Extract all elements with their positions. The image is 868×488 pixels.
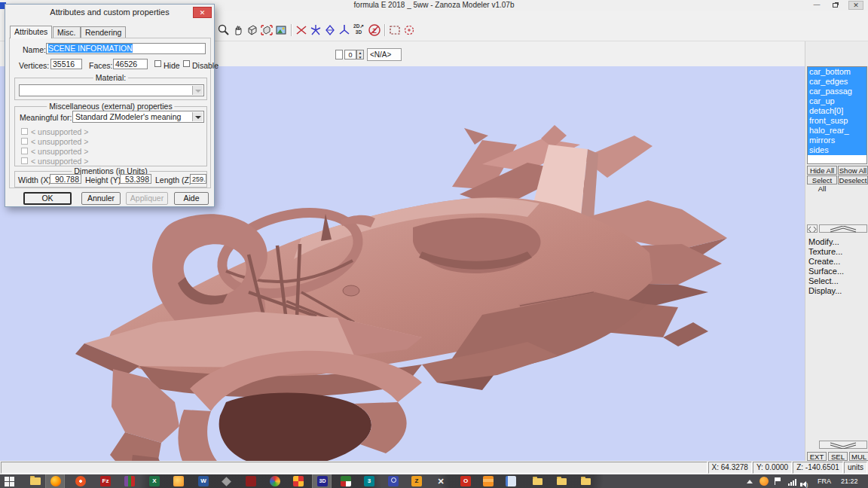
material-combo-arrow[interactable] — [192, 86, 203, 95]
mosaic-icon — [341, 476, 351, 486]
meaningful-combo-arrow[interactable] — [192, 112, 203, 121]
layer-item[interactable]: detach[0] — [808, 106, 866, 116]
collapse-toggle-button[interactable] — [807, 224, 818, 233]
layer-item[interactable]: car_edges — [808, 77, 866, 87]
frame-spinner[interactable]: 0 — [344, 50, 356, 59]
pan-hand-icon[interactable] — [231, 23, 245, 37]
height-label: Height (Y) — [85, 175, 121, 185]
layer-item[interactable]: car_up — [808, 96, 866, 106]
language-indicator[interactable]: FRA — [818, 474, 831, 488]
taskbar-filezilla[interactable]: Fz — [96, 474, 115, 488]
taskbar-ubuntu[interactable] — [71, 474, 90, 488]
taskbar-folder-3[interactable] — [576, 474, 595, 488]
help-button[interactable]: Aide — [174, 192, 209, 205]
menu-surface[interactable]: Surface... — [808, 267, 866, 276]
menu-create[interactable]: Create... — [808, 257, 866, 267]
dialog-close-button[interactable]: ✕ — [193, 7, 212, 18]
panel-scroll-down-button[interactable] — [819, 441, 867, 449]
layer-item[interactable]: car_bottom — [808, 67, 866, 77]
tray-expand-icon[interactable] — [747, 480, 753, 483]
layer-item[interactable]: mirrors — [808, 136, 866, 145]
zoom-icon[interactable] — [217, 23, 231, 37]
taskbar-3dsmax[interactable]: 3 — [359, 474, 379, 488]
normals-prop-icon[interactable] — [338, 23, 351, 37]
taskbar-file-explorer[interactable] — [26, 474, 45, 488]
taskbar-tiles-app[interactable] — [289, 474, 308, 488]
layer-item[interactable]: car_passag — [808, 87, 866, 96]
taskbar-blue-doc[interactable] — [501, 474, 521, 488]
mode-sel-button[interactable]: SEL — [828, 452, 848, 461]
taskbar-folder-2[interactable] — [552, 474, 571, 488]
taskbar-zmodeler[interactable]: 3D — [312, 474, 332, 488]
taskbar-blue-circle-app[interactable] — [384, 474, 403, 488]
2d3d-toggle-icon[interactable]: 2D↗ 3D — [352, 23, 365, 37]
taskbar-firefox[interactable] — [45, 474, 65, 488]
layer-item[interactable]: halo_rear_ — [808, 126, 866, 136]
avast-icon[interactable] — [760, 477, 769, 486]
taskbar-palette[interactable] — [265, 474, 285, 488]
rotate-view-cube-icon[interactable] — [246, 23, 259, 37]
vertices-star-icon[interactable] — [309, 23, 322, 37]
mesh-details[interactable] — [343, 285, 359, 296]
taskbar-word[interactable]: W — [194, 474, 213, 488]
unsupported-label: < unsupported > — [31, 127, 88, 136]
apply-button[interactable]: Appliquer — [126, 192, 168, 205]
taskbar-scissors-app[interactable]: ✕ — [431, 474, 451, 488]
mail-icon — [173, 476, 184, 486]
width-label: Width (X) — [18, 175, 51, 185]
tab-rendering[interactable]: Rendering — [81, 26, 126, 38]
restore-button[interactable] — [827, 1, 842, 10]
deselect-button[interactable]: Deselect — [838, 175, 868, 185]
select-all-button[interactable]: Select All — [807, 175, 837, 185]
frame-checkbox[interactable] — [335, 50, 343, 59]
spinner-arrows-icon[interactable]: ▲▼ — [356, 50, 364, 59]
menu-modify[interactable]: Modify... — [808, 237, 866, 247]
material-combo[interactable] — [19, 84, 204, 96]
taskbar-winrar[interactable] — [120, 474, 139, 488]
viewport-cube-icon[interactable] — [260, 23, 274, 37]
taskbar-mosaic-app[interactable] — [336, 474, 356, 488]
mode-mul-button[interactable]: MUL — [849, 452, 868, 461]
meaningful-combo[interactable]: Standard ZModeler's meaning — [72, 111, 204, 123]
background-image-icon[interactable] — [274, 23, 288, 37]
taskbar-adobe[interactable] — [241, 474, 261, 488]
status-message-cell — [1, 462, 708, 474]
hide-checkbox[interactable] — [154, 60, 161, 67]
dialog-titlebar[interactable]: Attributes and custom properties — [5, 5, 214, 21]
panel-scroll-up-button[interactable] — [819, 224, 867, 233]
taskbar-zmodeler-z[interactable]: Z — [407, 474, 426, 488]
firefox-icon — [50, 476, 61, 486]
taskbar-orange-app[interactable] — [478, 474, 498, 488]
tab-attributes[interactable]: Attributes — [10, 26, 52, 38]
menu-texture[interactable]: Texture... — [808, 247, 866, 257]
mode-ext-button[interactable]: EXT — [807, 452, 827, 461]
layer-item[interactable]: sides — [808, 145, 866, 155]
ok-button[interactable]: OK — [23, 192, 72, 205]
disable-z-icon[interactable]: Z — [368, 23, 381, 37]
axes-cross-icon[interactable] — [295, 23, 308, 37]
minimize-button[interactable]: — — [809, 1, 824, 10]
disable-checkbox[interactable] — [183, 60, 190, 67]
menu-select[interactable]: Select... — [808, 276, 866, 286]
layer-list[interactable]: car_bottom car_edges car_passag car_up d… — [807, 66, 867, 164]
taskbar-plane-app[interactable] — [216, 474, 236, 488]
name-input[interactable]: SCENE INFORMATION — [46, 43, 206, 54]
taskbar-mail[interactable] — [169, 474, 188, 488]
network-icon[interactable] — [788, 479, 796, 486]
taskbar-excel[interactable]: X — [145, 474, 164, 488]
select-rectangle-icon[interactable] — [388, 23, 402, 37]
menu-display[interactable]: Display... — [808, 286, 866, 296]
taskbar-opera[interactable]: O — [456, 474, 475, 488]
clock[interactable]: 21:22 — [841, 474, 858, 488]
select-circle-icon[interactable] — [402, 23, 416, 37]
show-all-button[interactable]: Show All — [838, 166, 868, 175]
taskbar-folder-1[interactable] — [527, 474, 547, 488]
volume-icon[interactable]: ) — [800, 479, 808, 488]
polygons-quad-icon[interactable] — [323, 23, 337, 37]
tab-misc[interactable]: Misc. — [53, 26, 81, 38]
start-button[interactable] — [0, 474, 20, 488]
cancel-button[interactable]: Annuler — [81, 192, 121, 205]
hide-all-button[interactable]: Hide All — [807, 166, 837, 175]
layer-item[interactable]: front_susp — [808, 116, 866, 126]
close-button[interactable]: ✕ — [848, 1, 863, 10]
